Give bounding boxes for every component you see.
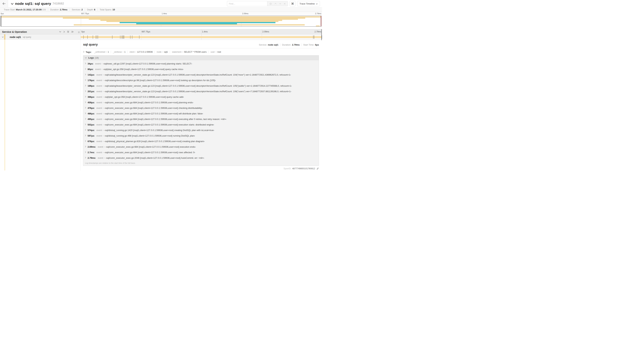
column-resizer-handle[interactable] [78,31,80,33]
log-timestamp: 476μs: [88,107,95,109]
summary-label: Trace Start [4,8,15,11]
log-entry[interactable]: 142μs:event=‹sql/catalog/lease/descripto… [83,72,319,78]
detail-meta-label: Service: [259,44,267,46]
chevron-right-icon [83,51,84,54]
tag-value: 1 [124,51,126,53]
span-row-service-cell[interactable]: node sql1 sql query [0,34,81,40]
tag-item: _verbose=1 [111,51,128,53]
chevron-right-icon [85,140,86,143]
log-entry[interactable]: 34μs:event=‹sql/exec_util.go:2297 [nsql1… [83,61,319,66]
log-entry[interactable]: 2.7ms:event=‹sql/conn_executor_exec.go:6… [83,150,319,155]
span-collapse-chevron-down-icon[interactable] [2,36,4,38]
log-field-key: event [96,107,102,109]
log-timestamp: 2.7ms: [88,151,95,154]
chevron-right-icon [85,106,86,110]
log-timestamp: 142μs: [88,74,95,76]
log-entry[interactable]: 502μs:event=‹sql/conn_executor_exec.go:6… [83,122,319,127]
view-selector-button[interactable]: Trace Timeline [297,1,320,6]
summary-value: 2 [81,8,82,11]
tag-value: sql1 [164,51,168,53]
minimap-left-scrubber-handle[interactable] [1,16,1,26]
tag-key: user [210,51,215,53]
log-entry[interactable]: 495μs:event=‹sql/conn_executor_exec.go:6… [83,116,319,122]
log-entry[interactable]: 597μs:event=‹sql/distsql_running.go:498 … [83,133,319,138]
clear-search-icon[interactable] [284,3,286,5]
time-tick-label: 697.75μs [81,13,89,15]
log-entry[interactable]: 476μs:event=‹sql/conn_executor_exec.go:6… [83,105,319,111]
tag-equals: = [106,51,107,53]
collapse-one-chevron-down-icon[interactable] [59,31,61,33]
trace-id: 7418682 [52,2,64,5]
time-tick-label: 2.09ms [242,13,248,15]
log-equals: = [103,102,104,104]
tag-equals: = [182,51,183,53]
next-result-chevron-down-icon[interactable] [279,3,281,5]
time-tick-label: 697.75μs [142,31,150,33]
log-entry[interactable]: 189μs:event=‹sql/catalog/lease/descripto… [83,83,319,89]
vertical-scrollbar-thumb[interactable] [321,29,322,40]
chevron-right-icon [85,95,86,98]
log-field-value: ‹sql/plan_opt.go:358 [nsql1,client=127.0… [104,96,184,98]
log-field-value: ‹sql/distsql_running.go:1420 [nsql1,clie… [104,129,214,132]
tags-accordion[interactable]: Tags: _unfinished=1_verbose=1client=127.… [83,51,319,54]
summary-value: 2.79ms [60,8,67,11]
back-button[interactable] [0,0,8,7]
minimap-right-scrubber-handle[interactable] [321,16,321,26]
keyboard-shortcuts-button[interactable]: ⌘ [290,1,296,6]
log-message: event=‹sql/conn_executor_exec.go:684 [ns… [98,146,196,148]
log-entry[interactable]: 459μs:event=‹sql/conn_executor_exec.go:6… [83,100,319,105]
log-timestamp: 678μs: [88,140,95,143]
time-tick-label: 0μs [81,31,85,33]
log-entry[interactable]: 678μs:event=‹sql/distsql_physical_planne… [83,138,319,144]
log-field-key: event [96,74,102,76]
log-entry[interactable]: 176μs:event=‹sql/catalog/descs/descripto… [83,78,319,83]
log-message: event=‹sql/catalog/lease/descriptor_vers… [96,74,291,76]
log-entry[interactable]: 2.69ms:event=‹sql/conn_executor_exec.go:… [83,144,319,150]
span-row-bar-cell[interactable] [81,34,322,40]
log-field-key: event [96,112,102,115]
chevron-right-icon [85,134,86,137]
minimap-graph[interactable] [1,16,321,27]
locate-icon[interactable] [269,3,272,5]
tag-equals: = [135,51,136,53]
log-message: event=‹sql/distsql_running.go:498 [nsql1… [96,134,195,137]
chevron-right-icon [85,68,86,71]
logs-accordion-header[interactable]: Logs (18) [83,56,319,60]
link-icon[interactable] [316,167,319,170]
prev-result-chevron-up-icon[interactable] [274,3,277,5]
detail-meta-label: Duration: [282,44,291,46]
log-equals: = [103,124,104,126]
tag-equals: = [122,51,124,53]
log-entry[interactable]: 366μs:event=‹sql/plan_opt.go:358 [nsql1,… [83,94,319,100]
log-entry[interactable]: 80μs:event=‹sql/plan_opt.go:358 [nsql1,c… [83,66,319,72]
expand-all-double-chevron-right-icon[interactable] [71,31,74,33]
log-entry[interactable]: 2.79ms:event=‹sql/conn_executor_exec.go:… [83,155,319,161]
command-icon: ⌘ [291,2,294,5]
expand-one-chevron-right-icon[interactable] [63,31,65,33]
trace-collapse-chevron-down-icon[interactable] [11,3,14,5]
log-entry[interactable]: 486μs:event=‹sql/conn_executor_exec.go:6… [83,111,319,116]
log-equals: = [103,74,104,76]
summary-label: Services [72,8,80,11]
time-tick-label: 2.09ms [262,31,269,33]
span-row: node sql1 sql query [0,34,322,40]
spanid-row: SpanID: 4877749850101760812 [83,167,319,170]
log-field-value: ‹sql/distsql_running.go:498 [nsql1,clien… [104,134,195,137]
find-input[interactable] [227,1,267,6]
tag-key: node [157,51,162,53]
log-marker-tick [314,35,314,39]
collapse-all-double-chevron-down-icon[interactable] [67,31,69,33]
log-timestamp: 176μs: [88,79,95,82]
tag-value: root [217,51,221,53]
detail-meta: Service:node sql1Duration:2.79msStart Ti… [257,44,319,47]
chevron-right-icon [85,62,86,65]
tags-list: _unfinished=1_verbose=1client=127.0.0.1:… [92,51,223,53]
log-equals: = [102,63,102,65]
minimap-span-bar [74,24,304,26]
chevron-right-icon [85,118,86,121]
log-entry[interactable]: 201μs:event=‹sql/catalog/lease/descripto… [83,89,319,94]
trace-summary-item: Depth6 [85,8,98,11]
log-field-value: ‹sql/distsql_physical_planner.go:828 [ns… [104,140,204,143]
log-timestamp: 459μs: [88,101,95,104]
log-entry[interactable]: 574μs:event=‹sql/distsql_running.go:1420… [83,127,319,133]
